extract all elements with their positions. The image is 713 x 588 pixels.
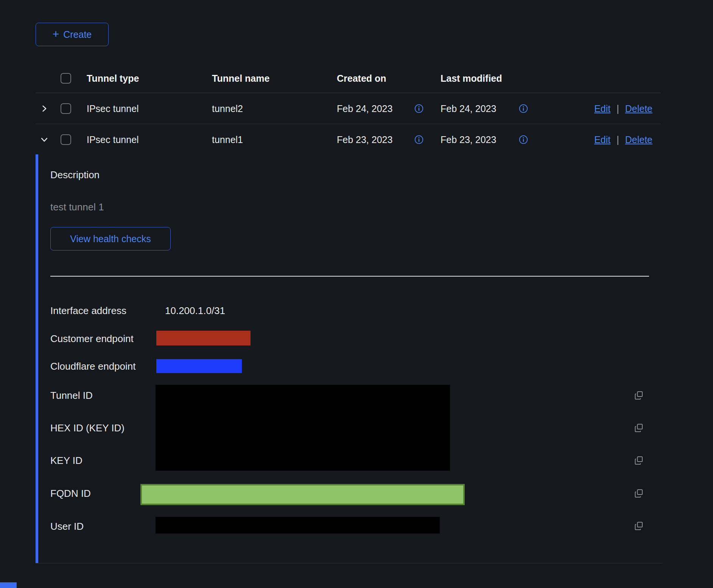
- description-label: Description: [50, 169, 100, 181]
- panel-divider: [50, 276, 649, 277]
- plus-icon: +: [53, 28, 59, 40]
- row-checkbox[interactable]: [61, 103, 71, 114]
- cloudflare-endpoint-label: Cloudflare endpoint: [50, 361, 136, 372]
- interface-address-value: 10.200.1.0/31: [165, 305, 225, 317]
- copy-icon[interactable]: [634, 423, 645, 434]
- last-modified-cell: Feb 24, 2023: [441, 103, 496, 114]
- info-icon[interactable]: [518, 135, 528, 145]
- created-on-cell: Feb 23, 2023: [337, 134, 392, 145]
- chevron-down-icon[interactable]: [39, 134, 50, 145]
- view-health-checks-button[interactable]: View health checks: [50, 227, 171, 250]
- tunnel-id-label: Tunnel ID: [50, 390, 93, 401]
- user-id-redacted-value: [156, 517, 440, 534]
- edit-link[interactable]: Edit: [594, 134, 610, 145]
- customer-endpoint-redacted-value: [156, 331, 251, 345]
- key-id-label: KEY ID: [50, 455, 83, 467]
- tunnel-row: IPsec tunnel tunnel2 Feb 24, 2023 Feb 24…: [36, 93, 661, 124]
- info-icon[interactable]: [518, 104, 528, 114]
- view-health-checks-label: View health checks: [70, 233, 151, 244]
- panel-bottom-border: [36, 563, 663, 563]
- customer-endpoint-label: Customer endpoint: [50, 333, 134, 345]
- delete-link[interactable]: Delete: [625, 103, 652, 114]
- select-all-checkbox[interactable]: [61, 73, 71, 84]
- tunnel-type-cell: IPsec tunnel: [87, 103, 139, 114]
- copy-icon[interactable]: [634, 488, 645, 499]
- chevron-right-icon[interactable]: [39, 103, 50, 114]
- interface-address-label: Interface address: [50, 305, 126, 317]
- cloudflare-endpoint-redacted-value: [156, 359, 242, 373]
- actions-separator: |: [616, 134, 619, 145]
- copy-icon[interactable]: [634, 390, 645, 401]
- tunnels-table: Tunnel type Tunnel name Created on Last …: [36, 64, 661, 155]
- info-icon[interactable]: [414, 135, 424, 145]
- fqdn-id-label: FQDN ID: [50, 488, 91, 499]
- hex-id-label: HEX ID (KEY ID): [50, 422, 125, 434]
- create-button-label: Create: [63, 29, 92, 40]
- tunnel-name-cell: tunnel1: [212, 134, 243, 145]
- last-modified-cell: Feb 23, 2023: [441, 134, 496, 145]
- tunnel-name-cell: tunnel2: [212, 103, 243, 114]
- header-last-modified: Last modified: [441, 73, 502, 84]
- fqdn-id-redacted-value: [140, 484, 465, 505]
- actions-separator: |: [616, 103, 619, 114]
- delete-link[interactable]: Delete: [625, 134, 652, 145]
- info-icon[interactable]: [414, 104, 424, 114]
- header-created-on: Created on: [337, 73, 386, 84]
- create-button[interactable]: + Create: [36, 23, 109, 46]
- tunnel-row: IPsec tunnel tunnel1 Feb 23, 2023 Feb 23…: [36, 124, 661, 155]
- header-tunnel-name: Tunnel name: [212, 73, 269, 84]
- description-value: test tunnel 1: [50, 201, 104, 213]
- copy-icon[interactable]: [634, 521, 645, 532]
- user-id-label: User ID: [50, 521, 84, 532]
- scroll-indicator[interactable]: [0, 582, 17, 588]
- tunnel-type-cell: IPsec tunnel: [87, 134, 139, 145]
- row-checkbox[interactable]: [61, 134, 71, 145]
- tunnel-ids-redacted-value: [156, 385, 450, 471]
- header-tunnel-type: Tunnel type: [87, 73, 139, 84]
- expanded-panel-accent-bar: [36, 154, 38, 563]
- created-on-cell: Feb 24, 2023: [337, 103, 392, 114]
- table-header-row: Tunnel type Tunnel name Created on Last …: [36, 64, 661, 93]
- copy-icon[interactable]: [634, 455, 645, 467]
- edit-link[interactable]: Edit: [594, 103, 610, 114]
